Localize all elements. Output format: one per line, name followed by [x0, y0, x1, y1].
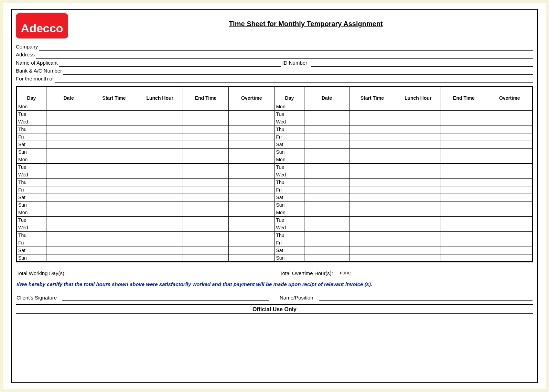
cell[interactable]: [46, 149, 91, 156]
cell[interactable]: [46, 171, 91, 179]
cell[interactable]: [441, 217, 487, 224]
cell[interactable]: [229, 224, 274, 232]
cell[interactable]: [137, 141, 183, 149]
cell[interactable]: [441, 141, 487, 149]
cell[interactable]: [183, 224, 228, 232]
cell[interactable]: [349, 171, 395, 179]
cell[interactable]: [395, 141, 441, 149]
cell[interactable]: [441, 209, 487, 217]
cell[interactable]: [183, 186, 228, 194]
cell[interactable]: [137, 232, 183, 239]
cell[interactable]: [487, 118, 532, 126]
cell[interactable]: [349, 186, 395, 194]
field-bank[interactable]: [63, 68, 533, 75]
cell[interactable]: [304, 232, 349, 239]
cell[interactable]: [91, 209, 137, 217]
cell[interactable]: [46, 164, 91, 171]
cell[interactable]: [441, 164, 487, 171]
cell[interactable]: [229, 247, 274, 254]
cell[interactable]: [441, 126, 487, 133]
cell[interactable]: [304, 224, 349, 232]
cell[interactable]: [349, 217, 395, 224]
cell[interactable]: [91, 149, 137, 156]
cell[interactable]: [487, 133, 532, 141]
cell[interactable]: [441, 194, 487, 202]
cell[interactable]: [229, 179, 274, 186]
cell[interactable]: [229, 171, 274, 179]
cell[interactable]: [229, 103, 274, 111]
cell[interactable]: [137, 126, 183, 133]
cell[interactable]: [487, 111, 532, 118]
cell[interactable]: [46, 126, 91, 133]
cell[interactable]: [91, 239, 137, 247]
cell[interactable]: [304, 133, 349, 141]
cell[interactable]: [137, 164, 183, 171]
cell[interactable]: [183, 209, 228, 217]
cell[interactable]: [487, 224, 532, 232]
cell[interactable]: [304, 217, 349, 224]
cell[interactable]: [91, 133, 137, 141]
cell[interactable]: [91, 171, 137, 179]
cell[interactable]: [304, 239, 349, 247]
cell[interactable]: [46, 232, 91, 239]
cell[interactable]: [137, 239, 183, 247]
cell[interactable]: [395, 156, 441, 164]
cell[interactable]: [137, 156, 183, 164]
cell[interactable]: [91, 141, 137, 149]
cell[interactable]: [441, 133, 487, 141]
cell[interactable]: [183, 202, 228, 209]
cell[interactable]: [441, 171, 487, 179]
cell[interactable]: [304, 186, 349, 194]
field-total-working-days[interactable]: [71, 270, 269, 276]
cell[interactable]: [487, 194, 532, 202]
cell[interactable]: [137, 171, 183, 179]
cell[interactable]: [229, 111, 274, 118]
cell[interactable]: [487, 202, 532, 209]
cell[interactable]: [395, 171, 441, 179]
cell[interactable]: [487, 232, 532, 239]
cell[interactable]: [91, 156, 137, 164]
cell[interactable]: [46, 254, 91, 262]
cell[interactable]: [349, 247, 395, 254]
cell[interactable]: [349, 239, 395, 247]
cell[interactable]: [91, 224, 137, 232]
cell[interactable]: [46, 247, 91, 254]
cell[interactable]: [395, 179, 441, 186]
cell[interactable]: [304, 194, 349, 202]
cell[interactable]: [46, 239, 91, 247]
cell[interactable]: [395, 202, 441, 209]
cell[interactable]: [395, 239, 441, 247]
cell[interactable]: [349, 133, 395, 141]
cell[interactable]: [183, 133, 228, 141]
cell[interactable]: [46, 179, 91, 186]
cell[interactable]: [229, 217, 274, 224]
cell[interactable]: [395, 209, 441, 217]
cell[interactable]: [349, 194, 395, 202]
cell[interactable]: [487, 171, 532, 179]
cell[interactable]: [349, 149, 395, 156]
cell[interactable]: [349, 103, 395, 111]
cell[interactable]: [441, 103, 487, 111]
cell[interactable]: [46, 133, 91, 141]
cell[interactable]: [91, 118, 137, 126]
cell[interactable]: [304, 111, 349, 118]
cell[interactable]: [395, 164, 441, 171]
cell[interactable]: [183, 194, 228, 202]
cell[interactable]: [487, 217, 532, 224]
cell[interactable]: [183, 179, 228, 186]
cell[interactable]: [487, 141, 532, 149]
cell[interactable]: [183, 149, 228, 156]
cell[interactable]: [46, 111, 91, 118]
cell[interactable]: [46, 217, 91, 224]
cell[interactable]: [229, 232, 274, 239]
cell[interactable]: [395, 224, 441, 232]
field-applicant[interactable]: [59, 61, 281, 67]
cell[interactable]: [441, 254, 487, 262]
cell[interactable]: [137, 217, 183, 224]
cell[interactable]: [46, 103, 91, 111]
cell[interactable]: [304, 179, 349, 186]
cell[interactable]: [229, 186, 274, 194]
cell[interactable]: [349, 209, 395, 217]
cell[interactable]: [441, 202, 487, 209]
cell[interactable]: [91, 126, 137, 133]
